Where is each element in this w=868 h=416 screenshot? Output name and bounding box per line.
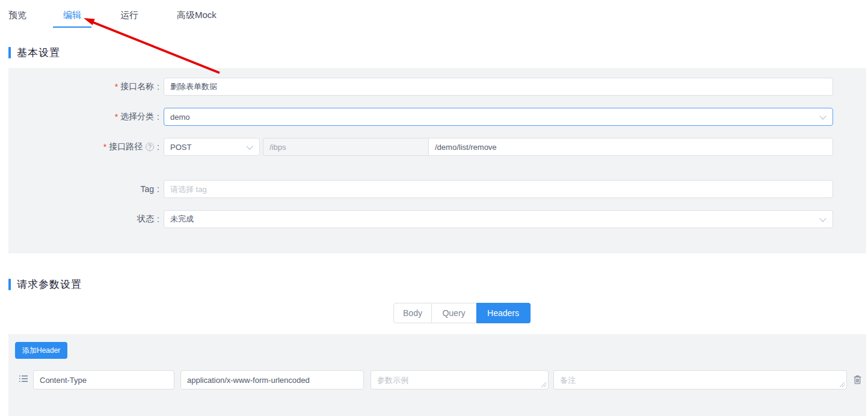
field-label-tag: Tag : bbox=[8, 184, 159, 194]
header-example-textarea[interactable] bbox=[371, 370, 549, 390]
label-colon: : bbox=[157, 82, 159, 92]
chevron-down-icon bbox=[819, 113, 826, 119]
headers-panel: 添加Header bbox=[8, 334, 866, 416]
field-label-category: * 选择分类 : bbox=[8, 111, 159, 122]
active-tab-underline bbox=[53, 26, 91, 28]
request-params-header: 请求参数设置 bbox=[8, 277, 82, 291]
label-colon: : bbox=[157, 112, 159, 122]
header-name-input[interactable] bbox=[33, 370, 174, 390]
label-text: 状态 bbox=[137, 214, 154, 225]
http-method-value: POST bbox=[170, 143, 191, 152]
category-select[interactable]: demo bbox=[164, 108, 833, 126]
status-select-value: 未完成 bbox=[170, 214, 194, 225]
category-select-value: demo bbox=[170, 113, 190, 122]
field-row-status: 状态 : 未完成 bbox=[8, 210, 866, 228]
basic-settings-header: 基本设置 bbox=[8, 45, 60, 60]
required-asterisk: * bbox=[115, 82, 118, 92]
header-remark-input[interactable] bbox=[554, 371, 846, 389]
label-text: Tag bbox=[141, 184, 155, 194]
label-colon: : bbox=[157, 214, 159, 224]
basic-settings-panel: * 接口名称 : * 选择分类 : demo * bbox=[8, 68, 866, 253]
field-label-path: * 接口路径 ? : bbox=[8, 141, 159, 152]
field-row-category: * 选择分类 : demo bbox=[8, 108, 866, 126]
tab-query[interactable]: Query bbox=[432, 303, 476, 323]
tab-body[interactable]: Body bbox=[393, 303, 432, 323]
interface-path-input[interactable] bbox=[428, 138, 833, 156]
add-header-button[interactable]: 添加Header bbox=[15, 342, 67, 359]
resize-handle-icon[interactable] bbox=[541, 382, 547, 388]
label-colon: : bbox=[157, 142, 159, 152]
label-text: 接口路径 bbox=[109, 141, 143, 152]
label-text: 接口名称 bbox=[120, 81, 154, 92]
tag-input[interactable] bbox=[164, 180, 833, 198]
label-text: 选择分类 bbox=[120, 111, 154, 122]
section-accent-bar bbox=[8, 47, 11, 58]
chevron-down-icon bbox=[246, 143, 253, 149]
param-type-button-group: Body Query Headers bbox=[393, 303, 531, 323]
tab-edit[interactable]: 编辑 bbox=[63, 10, 81, 21]
required-asterisk: * bbox=[103, 142, 106, 152]
field-row-path: * 接口路径 ? : POST /ibps bbox=[8, 138, 866, 156]
tab-headers[interactable]: Headers bbox=[476, 303, 531, 323]
api-edit-page: 预览 编辑 运行 高级Mock 基本设置 * 接口名称 : * 选择分类 : bbox=[0, 0, 868, 416]
status-select[interactable]: 未完成 bbox=[164, 210, 833, 228]
header-example-input[interactable] bbox=[371, 371, 548, 389]
section-title-params: 请求参数设置 bbox=[17, 278, 82, 291]
http-method-select[interactable]: POST bbox=[164, 138, 260, 156]
field-label-status: 状态 : bbox=[8, 214, 159, 225]
field-row-name: * 接口名称 : bbox=[8, 78, 866, 96]
header-value-input[interactable] bbox=[180, 370, 364, 390]
chevron-down-icon bbox=[819, 215, 826, 222]
path-prefix-addon: /ibps bbox=[263, 138, 428, 156]
header-remark-textarea[interactable] bbox=[553, 370, 847, 390]
tab-advanced-mock[interactable]: 高级Mock bbox=[177, 10, 217, 21]
help-icon[interactable]: ? bbox=[146, 143, 154, 151]
delete-header-icon[interactable] bbox=[852, 374, 863, 385]
resize-handle-icon[interactable] bbox=[839, 382, 845, 388]
field-row-tag: Tag : bbox=[8, 180, 866, 198]
tab-preview[interactable]: 预览 bbox=[8, 10, 26, 21]
drag-handle-icon[interactable] bbox=[19, 374, 28, 383]
section-accent-bar bbox=[8, 279, 11, 290]
label-colon: : bbox=[157, 184, 159, 194]
field-label-name: * 接口名称 : bbox=[8, 81, 159, 92]
tab-run[interactable]: 运行 bbox=[120, 10, 138, 21]
required-asterisk: * bbox=[115, 112, 118, 122]
interface-name-input[interactable] bbox=[164, 78, 833, 96]
section-title-basic: 基本设置 bbox=[17, 46, 60, 60]
